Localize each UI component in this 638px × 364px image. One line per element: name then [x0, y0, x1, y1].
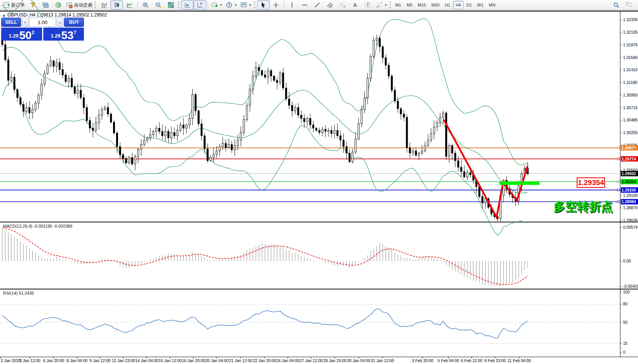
candle-body [382, 47, 384, 57]
rsi-line [2, 309, 528, 338]
candle-body [207, 149, 208, 161]
candle-body [391, 76, 393, 90]
candle-body [252, 76, 254, 89]
candle-body [74, 87, 75, 93]
volume-input[interactable]: 1.00 [29, 18, 56, 27]
sell-price-sup: 2 [31, 30, 34, 35]
candle-body [128, 157, 130, 163]
horizontal-level-lines[interactable] [0, 147, 620, 203]
rsi-tick-label: 0 [623, 350, 625, 354]
candle-body [53, 61, 54, 66]
candle-body [44, 73, 45, 84]
buy-price-button[interactable]: 1.29537 [43, 28, 84, 41]
line-anchor-handle[interactable] [617, 189, 619, 191]
candle-body [174, 133, 175, 136]
candle-body [213, 154, 215, 157]
line-anchor-handle[interactable] [617, 201, 619, 203]
candle-body [307, 118, 308, 121]
candle-body [65, 75, 66, 82]
candle-body [469, 173, 471, 175]
rsi-label: RSI(14) 51.2435 [3, 291, 34, 295]
candle-body [316, 128, 317, 130]
time-tick-label: 21 Jan 12:00 [229, 358, 253, 363]
symbol-ohlc-text: GBPUSD-,H4 1.29613 1.29614 1.29502 1.295… [7, 12, 107, 18]
time-tick-label: 2 Jan 2020 [1, 358, 21, 363]
candle-body [340, 136, 341, 140]
candle-body [83, 98, 85, 107]
sell-price-big: 50 [19, 30, 31, 40]
candle-body [400, 108, 402, 114]
candle-body [8, 60, 9, 80]
candle-body [216, 151, 217, 154]
candle-body [424, 146, 426, 151]
line-anchor-handle[interactable] [617, 158, 619, 160]
candle-body [41, 84, 42, 95]
candle-body [442, 113, 444, 117]
candle-body [300, 115, 302, 118]
collapse-icon[interactable]: ▲ [2, 13, 6, 17]
sell-button[interactable]: SELL [1, 18, 21, 27]
candle-body [29, 108, 30, 113]
candle-body [56, 62, 57, 66]
candle-body [291, 105, 293, 111]
candle-body [198, 111, 199, 124]
candle-body [313, 125, 314, 128]
line-anchor-handle[interactable] [617, 147, 619, 149]
candle-body [38, 95, 39, 103]
price-axis[interactable]: 1.323351.321051.318751.316401.314101.311… [620, 17, 638, 223]
candle-body [14, 77, 15, 90]
candle-body [451, 146, 453, 153]
price-level-badge-text: 1.29502 [622, 171, 636, 176]
candle-body [131, 157, 133, 164]
candle-body [415, 151, 417, 155]
candle-body [355, 139, 356, 152]
candle-body [303, 118, 305, 121]
chart-canvas[interactable]: 1.29354多空转折点多空转折点1.323351.321051.318751.… [0, 0, 638, 364]
candle-body [379, 38, 381, 47]
candle-body [26, 108, 27, 111]
candle-body [50, 61, 51, 65]
candle-body [264, 75, 266, 77]
candle-body [204, 136, 205, 149]
bollinger-lower-band [2, 82, 528, 235]
sell-price-button[interactable]: 1.29502 [1, 28, 42, 41]
candle-body [388, 65, 390, 76]
candle-body [482, 197, 483, 203]
sell-price-prefix: 1.29 [9, 33, 18, 39]
candle-body [334, 130, 335, 133]
candle-body [461, 167, 462, 171]
macd-tick-label: 0.005749 [623, 225, 638, 230]
time-tick-label: 3 Feb 20:00 [412, 358, 433, 363]
buy-price-prefix: 1.29 [51, 33, 60, 39]
volume-up-button[interactable]: ▲ [57, 18, 63, 27]
candle-body [258, 67, 260, 71]
candle-body [364, 98, 366, 110]
candle-body [20, 98, 21, 104]
candle-body [183, 125, 184, 128]
candle-body [464, 172, 465, 177]
candle-body [325, 129, 326, 131]
price-callout-text: 1.29354 [578, 179, 604, 187]
mt4-window: 新订单自动交易▼▼▼EFAT▼M1M5M15M30H1H4D1W1MN 1.29… [0, 0, 638, 364]
candle-body [289, 99, 290, 105]
time-tick-label: 28 Jan 20:00 [323, 358, 347, 363]
candle-body [146, 138, 148, 140]
candle-body [349, 153, 350, 162]
volume-down-button[interactable]: ▼ [22, 18, 28, 27]
candle-body [331, 130, 332, 133]
candle-body [361, 110, 362, 124]
candle-body [458, 161, 459, 167]
time-axis[interactable]: 2 Jan 20203 Jan 12:006 Jan 20:008 Jan 04… [1, 357, 531, 363]
candle-body [448, 146, 450, 156]
buy-button[interactable]: BUY [64, 18, 84, 27]
macd-tick-label: 0.00 [623, 259, 631, 263]
candle-body [412, 151, 414, 153]
candle-body [186, 125, 187, 128]
candle-body [195, 95, 196, 111]
candle-body [267, 71, 269, 77]
time-tick-label: 9 Jan 12:00 [90, 358, 111, 363]
annotation-text[interactable]: 多空转折点 [553, 200, 613, 213]
line-anchor-handle[interactable] [617, 181, 619, 183]
candle-body [279, 73, 281, 82]
candle-body [397, 101, 399, 109]
